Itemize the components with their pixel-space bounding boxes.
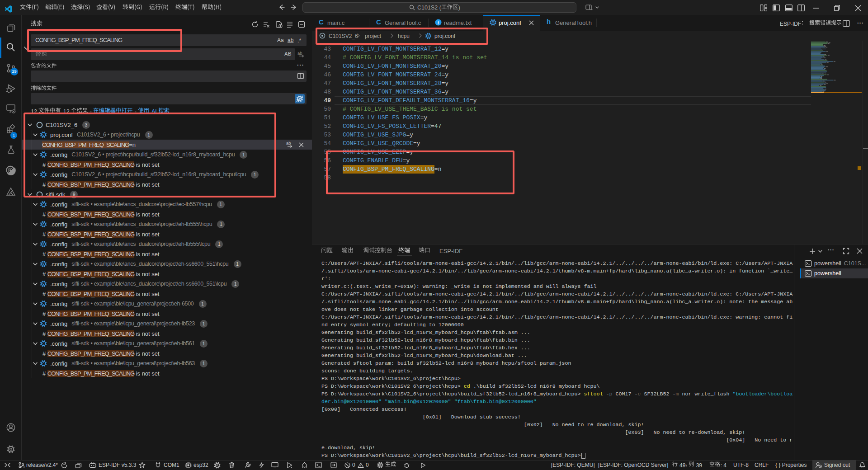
- svg-text:i: i: [438, 20, 439, 25]
- svg-text:ab: ab: [286, 141, 291, 146]
- svg-text:ab: ab: [297, 51, 302, 56]
